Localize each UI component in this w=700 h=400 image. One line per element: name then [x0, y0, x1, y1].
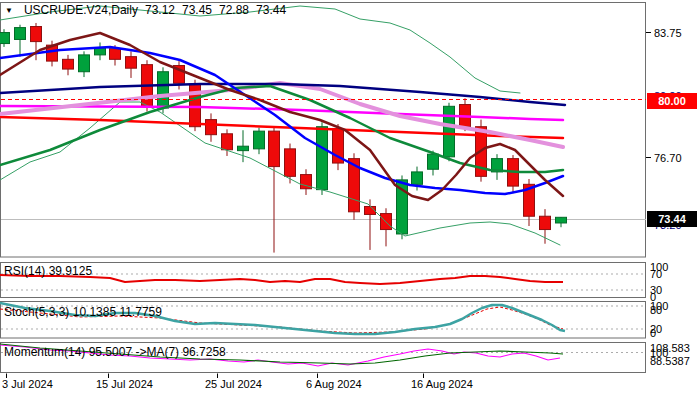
candle-body: [556, 217, 567, 223]
candle-body: [317, 127, 328, 190]
ma-navy: [0, 84, 565, 105]
candle-body: [540, 216, 551, 229]
candle-body: [110, 49, 121, 60]
candle-body: [206, 120, 217, 135]
candle-body: [285, 149, 296, 176]
candle-body: [0, 33, 10, 44]
candle-body: [222, 134, 233, 150]
candle-body: [79, 55, 90, 72]
candle-body: [15, 28, 26, 40]
candle-body: [238, 146, 249, 150]
candle-body: [31, 27, 42, 42]
candle-body: [254, 131, 265, 149]
candle-body: [190, 84, 201, 127]
candle-body: [63, 59, 74, 69]
chart-canvas[interactable]: [0, 0, 700, 400]
candle-body: [126, 57, 137, 69]
candle-body: [269, 131, 280, 166]
candle-body: [428, 154, 439, 169]
candle-body: [444, 106, 455, 157]
momentum-panel-frame: [1, 343, 646, 373]
momentum-line: [0, 345, 560, 366]
rsi-line: [0, 275, 563, 284]
candle-body: [412, 172, 423, 184]
candle-body: [158, 72, 169, 108]
price-chart-svg: [0, 0, 700, 400]
